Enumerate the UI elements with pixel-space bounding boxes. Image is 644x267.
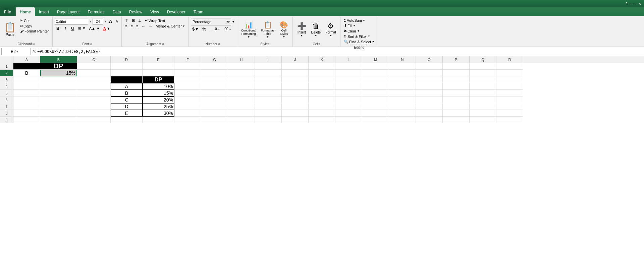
cell-K1[interactable] (309, 63, 335, 70)
cell-P5[interactable] (443, 90, 470, 96)
tab-review[interactable]: Review (125, 7, 146, 16)
cell-P1[interactable] (443, 63, 470, 70)
cell-C8[interactable] (77, 110, 111, 117)
cell-C3[interactable] (77, 76, 111, 83)
cell-G4[interactable] (201, 83, 228, 90)
cell-I2[interactable] (255, 70, 282, 76)
cell-O1[interactable] (416, 63, 443, 70)
cell-H7[interactable] (228, 103, 255, 110)
col-header-I[interactable]: I (255, 56, 282, 63)
cell-F8[interactable] (174, 110, 201, 117)
cell-P6[interactable] (443, 96, 470, 103)
fill-button[interactable]: ⬇ Fill ▼ (342, 23, 376, 28)
paste-button[interactable]: 📋 Paste (2, 18, 18, 41)
cell-C7[interactable] (77, 103, 111, 110)
name-box[interactable]: B2 ▼ (1, 48, 28, 55)
indent-increase-button[interactable]: → (147, 24, 154, 28)
cell-K9[interactable] (309, 117, 335, 123)
cell-E8[interactable]: 30% (143, 110, 174, 117)
row-header-4[interactable]: 4 (0, 83, 13, 90)
cell-I5[interactable] (255, 90, 282, 96)
percent-button[interactable]: % (201, 26, 208, 32)
cell-H1[interactable] (228, 63, 255, 70)
cell-O2[interactable] (416, 70, 443, 76)
cell-N6[interactable] (389, 96, 416, 103)
cell-D1[interactable] (111, 63, 143, 70)
cell-F7[interactable] (174, 103, 201, 110)
font-name-input[interactable] (55, 18, 88, 25)
restore-icon[interactable]: □ (634, 2, 636, 6)
tab-file[interactable]: File (0, 7, 15, 16)
cell-F5[interactable] (174, 90, 201, 96)
cell-Q4[interactable] (470, 83, 496, 90)
cell-M6[interactable] (362, 96, 389, 103)
col-header-L[interactable]: L (335, 56, 362, 63)
cell-I7[interactable] (255, 103, 282, 110)
cell-J1[interactable] (282, 63, 309, 70)
col-header-J[interactable]: J (282, 56, 309, 63)
cell-K4[interactable] (309, 83, 335, 90)
cell-R4[interactable] (496, 83, 523, 90)
tab-page-layout[interactable]: Page Layout (53, 7, 84, 16)
title-bar-controls[interactable]: ? ─ □ ✕ (625, 2, 641, 6)
col-header-M[interactable]: M (362, 56, 389, 63)
tab-formulas[interactable]: Formulas (84, 7, 108, 16)
cell-J3[interactable] (282, 76, 309, 83)
cell-B5[interactable] (40, 90, 77, 96)
cell-Q5[interactable] (470, 90, 496, 96)
cell-Q6[interactable] (470, 96, 496, 103)
alignment-expand-icon[interactable]: ⧉ (162, 42, 164, 46)
col-header-B[interactable]: B (40, 56, 77, 63)
align-center-button[interactable]: ≡ (129, 24, 134, 28)
cell-M4[interactable] (362, 83, 389, 90)
comma-button[interactable]: , (208, 26, 212, 32)
cell-I1[interactable] (255, 63, 282, 70)
cell-R1[interactable] (496, 63, 523, 70)
cell-O5[interactable] (416, 90, 443, 96)
cell-M9[interactable] (362, 117, 389, 123)
conditional-formatting-dropdown[interactable]: ▼ (247, 36, 250, 39)
row-header-6[interactable]: 6 (0, 96, 13, 103)
cell-E5[interactable]: 15% (143, 90, 174, 96)
row-header-2[interactable]: 2 (0, 70, 13, 76)
increase-font-button[interactable]: A (108, 18, 114, 24)
cell-Q2[interactable] (470, 70, 496, 76)
cell-O4[interactable] (416, 83, 443, 90)
row-header-7[interactable]: 7 (0, 103, 13, 110)
cell-J2[interactable] (282, 70, 309, 76)
cell-G5[interactable] (201, 90, 228, 96)
cell-H5[interactable] (228, 90, 255, 96)
cell-I3[interactable] (255, 76, 282, 83)
font-size-dropdown-icon[interactable]: ▼ (104, 20, 107, 23)
minimize-icon[interactable]: ─ (630, 2, 632, 6)
cell-K6[interactable] (309, 96, 335, 103)
cell-N3[interactable] (389, 76, 416, 83)
help-icon[interactable]: ? (625, 2, 627, 6)
row-header-9[interactable]: 9 (0, 117, 13, 123)
cell-K3[interactable] (309, 76, 335, 83)
col-header-O[interactable]: O (416, 56, 443, 63)
cell-O6[interactable] (416, 96, 443, 103)
name-box-dropdown[interactable]: ▼ (16, 50, 19, 53)
cell-D7[interactable]: D (111, 103, 143, 110)
cell-D2[interactable] (111, 70, 143, 76)
cell-B3[interactable] (40, 76, 77, 83)
cell-R8[interactable] (496, 110, 523, 117)
cell-A5[interactable] (13, 90, 40, 96)
cell-L5[interactable] (335, 90, 362, 96)
col-header-C[interactable]: C (77, 56, 111, 63)
cell-R6[interactable] (496, 96, 523, 103)
decimal-increase-button[interactable]: .0← (213, 27, 221, 31)
cell-A2[interactable]: B (13, 70, 40, 76)
cell-O3[interactable] (416, 76, 443, 83)
col-header-A[interactable]: A (13, 56, 40, 63)
insert-dropdown[interactable]: ▼ (300, 34, 303, 37)
cell-C6[interactable] (77, 96, 111, 103)
cell-N4[interactable] (389, 83, 416, 90)
cell-L1[interactable] (335, 63, 362, 70)
cell-M5[interactable] (362, 90, 389, 96)
cell-E9[interactable] (143, 117, 174, 123)
cell-N9[interactable] (389, 117, 416, 123)
col-header-G[interactable]: G (201, 56, 228, 63)
cell-D5[interactable]: B (111, 90, 143, 96)
